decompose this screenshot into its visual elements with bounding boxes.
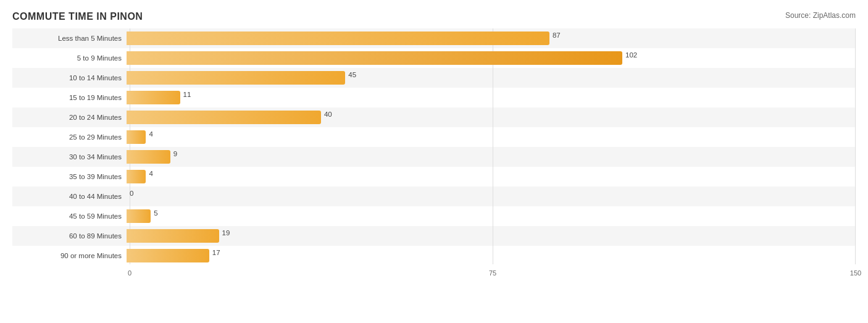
bar-row: Less than 5 Minutes87: [12, 28, 856, 48]
bar-row: 25 to 29 Minutes4: [12, 127, 856, 147]
bar-row: 60 to 89 Minutes19: [12, 226, 856, 246]
bar-row: 40 to 44 Minutes0: [12, 187, 856, 206]
bar-label: 15 to 19 Minutes: [12, 94, 127, 101]
bar-fill: 11: [127, 91, 180, 104]
bar-fill: 4: [127, 170, 146, 183]
bar-fill: 17: [127, 249, 209, 262]
chart-source: Source: ZipAtlas.com: [785, 11, 856, 20]
bar-track: 40: [127, 111, 856, 124]
x-axis-label-max: 150: [850, 269, 861, 277]
bar-label: Less than 5 Minutes: [12, 35, 127, 42]
bar-value-label: 17: [212, 249, 220, 256]
bar-value-label: 4: [149, 170, 152, 177]
bar-label: 45 to 59 Minutes: [12, 212, 127, 220]
bar-value-label: 45: [348, 71, 356, 78]
bar-track: 45: [127, 71, 856, 85]
bar-track: 9: [127, 150, 856, 164]
bar-row: 30 to 34 Minutes9: [12, 147, 856, 167]
chart-title: COMMUTE TIME IN PINON: [12, 11, 143, 22]
bar-row: 15 to 19 Minutes11: [12, 88, 856, 107]
bar-label: 35 to 39 Minutes: [12, 173, 127, 180]
bar-track: 17: [127, 249, 856, 262]
bar-fill: 4: [127, 130, 146, 144]
bar-label: 5 to 9 Minutes: [12, 54, 127, 62]
chart-body: Less than 5 Minutes875 to 9 Minutes10210…: [12, 28, 856, 282]
bar-row: 10 to 14 Minutes45: [12, 68, 856, 88]
bar-track: 19: [127, 229, 856, 243]
bar-row: 90 or more Minutes17: [12, 246, 856, 266]
bars-area: Less than 5 Minutes875 to 9 Minutes10210…: [12, 28, 856, 267]
bar-label: 20 to 24 Minutes: [12, 114, 127, 121]
bar-fill: 5: [127, 209, 151, 223]
bar-value-label: 102: [625, 51, 637, 59]
bar-value-label: 11: [183, 91, 191, 98]
chart-header: COMMUTE TIME IN PINON Source: ZipAtlas.c…: [12, 11, 856, 22]
bar-row: 45 to 59 Minutes5: [12, 206, 856, 226]
bar-fill: 102: [127, 51, 622, 65]
bar-label: 25 to 29 Minutes: [12, 133, 127, 141]
bar-fill: 45: [127, 71, 345, 85]
bar-value-label: 5: [154, 209, 157, 217]
bar-label: 60 to 89 Minutes: [12, 232, 127, 240]
bar-track: 4: [127, 130, 856, 144]
bar-label: 30 to 34 Minutes: [12, 153, 127, 161]
bar-fill: 19: [127, 229, 219, 243]
bar-row: 35 to 39 Minutes4: [12, 167, 856, 187]
bar-track: 0: [127, 190, 856, 203]
bar-label: 90 or more Minutes: [12, 252, 127, 259]
bar-value-label: 0: [130, 190, 133, 197]
bar-value-label: 40: [324, 111, 332, 118]
bar-label: 10 to 14 Minutes: [12, 74, 127, 82]
bar-label: 40 to 44 Minutes: [12, 193, 127, 200]
bar-track: 4: [127, 170, 856, 183]
bar-row: 5 to 9 Minutes102: [12, 48, 856, 68]
bar-fill: 9: [127, 150, 170, 164]
x-axis: 0 75 150: [130, 269, 856, 282]
bar-track: 102: [127, 51, 856, 65]
bar-value-label: 4: [149, 130, 152, 138]
bar-track: 87: [127, 31, 856, 45]
bar-fill: 87: [127, 31, 549, 45]
bar-fill: 40: [127, 111, 321, 124]
bar-track: 11: [127, 91, 856, 104]
bar-value-label: 87: [553, 31, 561, 39]
bar-row: 20 to 24 Minutes40: [12, 107, 856, 127]
bar-value-label: 19: [222, 229, 230, 237]
x-axis-label-0: 0: [128, 269, 131, 277]
x-axis-label-mid: 75: [489, 269, 496, 277]
chart-container: COMMUTE TIME IN PINON Source: ZipAtlas.c…: [0, 0, 868, 323]
bar-track: 5: [127, 209, 856, 223]
bar-value-label: 9: [173, 150, 177, 157]
